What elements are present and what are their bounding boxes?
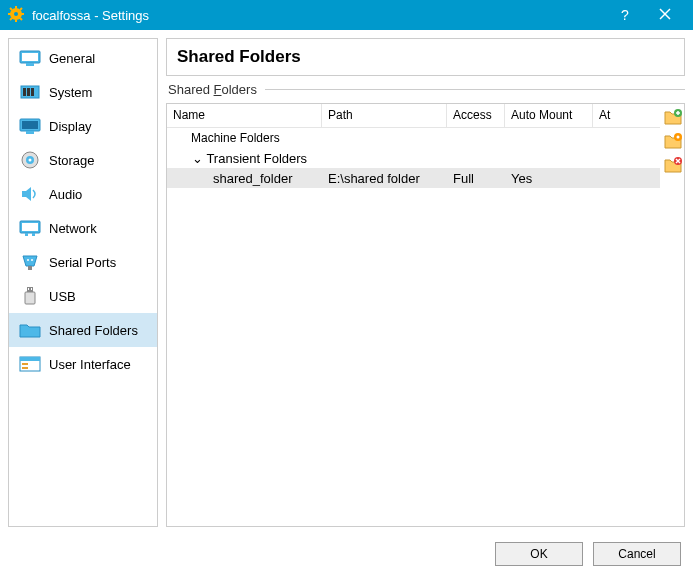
cell-access: Full — [447, 171, 505, 186]
svg-point-44 — [677, 136, 680, 139]
svg-rect-17 — [27, 88, 30, 96]
sidebar-item-label: Shared Folders — [49, 323, 138, 338]
help-button[interactable]: ? — [605, 7, 645, 23]
sidebar-item-serial-ports[interactable]: Serial Ports — [9, 245, 157, 279]
sidebar-item-storage[interactable]: Storage — [9, 143, 157, 177]
group-label-shared-folders: Shared Folders — [166, 82, 685, 97]
svg-rect-34 — [28, 288, 29, 290]
svg-rect-16 — [23, 88, 26, 96]
cell-path: E:\shared folder — [322, 171, 447, 186]
edit-folder-button[interactable] — [664, 132, 682, 150]
svg-point-29 — [27, 259, 29, 261]
settings-sidebar: General System Display Storage Audio Net… — [8, 38, 158, 527]
panel-title: Shared Folders — [166, 38, 685, 76]
remove-folder-button[interactable] — [664, 156, 682, 174]
svg-rect-27 — [25, 233, 28, 236]
cell-auto-mount: Yes — [505, 171, 593, 186]
group-label: Machine Folders — [167, 131, 286, 145]
svg-rect-35 — [31, 288, 32, 290]
sidebar-item-display[interactable]: Display — [9, 109, 157, 143]
svg-rect-31 — [28, 266, 32, 270]
svg-rect-18 — [31, 88, 34, 96]
sidebar-item-label: System — [49, 85, 92, 100]
sidebar-item-usb[interactable]: USB — [9, 279, 157, 313]
sidebar-item-general[interactable]: General — [9, 41, 157, 75]
shared-folders-table[interactable]: Name Path Access Auto Mount At Machine F… — [167, 104, 660, 526]
title-bar: focalfossa - Settings ? — [0, 0, 693, 30]
user-interface-icon — [19, 355, 41, 373]
folder-action-toolbar — [660, 104, 684, 526]
audio-icon — [19, 185, 41, 203]
sidebar-item-system[interactable]: System — [9, 75, 157, 109]
storage-icon — [19, 151, 41, 169]
svg-rect-14 — [26, 63, 34, 66]
chevron-down-icon[interactable]: ⌄ — [191, 151, 203, 166]
usb-icon — [19, 287, 41, 305]
sidebar-item-label: User Interface — [49, 357, 131, 372]
sidebar-item-label: USB — [49, 289, 76, 304]
dialog-footer: OK Cancel — [0, 535, 693, 573]
sidebar-item-label: Display — [49, 119, 92, 134]
svg-rect-26 — [22, 223, 38, 231]
sidebar-item-audio[interactable]: Audio — [9, 177, 157, 211]
th-name[interactable]: Name — [167, 104, 322, 127]
cell-name: shared_folder — [167, 171, 322, 186]
svg-rect-39 — [22, 367, 28, 369]
general-icon — [19, 49, 41, 67]
svg-line-6 — [10, 8, 12, 10]
svg-point-24 — [29, 159, 32, 162]
settings-gear-icon — [8, 6, 24, 25]
svg-line-9 — [10, 18, 12, 20]
group-label: Transient Folders — [206, 151, 307, 166]
tree-group-transient-folders[interactable]: ⌄ Transient Folders — [167, 148, 660, 168]
sidebar-item-shared-folders[interactable]: Shared Folders — [9, 313, 157, 347]
svg-rect-37 — [20, 357, 40, 361]
th-path[interactable]: Path — [322, 104, 447, 127]
add-folder-button[interactable] — [664, 108, 682, 126]
sidebar-item-network[interactable]: Network — [9, 211, 157, 245]
main-panel: Shared Folders Shared Folders Name Path … — [166, 38, 685, 527]
shared-folders-icon — [19, 321, 41, 339]
sidebar-item-label: General — [49, 51, 95, 66]
th-access[interactable]: Access — [447, 104, 505, 127]
system-icon — [19, 83, 41, 101]
svg-line-8 — [20, 8, 22, 10]
sidebar-item-user-interface[interactable]: User Interface — [9, 347, 157, 381]
sidebar-item-label: Storage — [49, 153, 95, 168]
svg-rect-32 — [27, 287, 33, 292]
tree-group-machine-folders[interactable]: Machine Folders — [167, 128, 660, 148]
svg-point-30 — [31, 259, 33, 261]
window-title: focalfossa - Settings — [32, 8, 605, 23]
svg-rect-20 — [22, 121, 38, 129]
ok-button[interactable]: OK — [495, 542, 583, 566]
svg-line-7 — [20, 18, 22, 20]
svg-point-1 — [14, 12, 18, 16]
sidebar-item-label: Audio — [49, 187, 82, 202]
th-at[interactable]: At — [593, 104, 660, 127]
content-area: General System Display Storage Audio Net… — [0, 30, 693, 535]
close-button[interactable] — [645, 7, 685, 23]
network-icon — [19, 219, 41, 237]
display-icon — [19, 117, 41, 135]
th-auto-mount[interactable]: Auto Mount — [505, 104, 593, 127]
sidebar-item-label: Network — [49, 221, 97, 236]
cancel-button[interactable]: Cancel — [593, 542, 681, 566]
svg-rect-28 — [32, 233, 35, 236]
sidebar-item-label: Serial Ports — [49, 255, 116, 270]
svg-rect-33 — [25, 292, 35, 304]
svg-rect-38 — [22, 363, 28, 365]
svg-rect-13 — [22, 53, 38, 61]
shared-folders-table-wrap: Name Path Access Auto Mount At Machine F… — [166, 103, 685, 527]
table-row[interactable]: shared_folder E:\shared folder Full Yes — [167, 168, 660, 188]
svg-rect-21 — [26, 131, 34, 134]
table-header: Name Path Access Auto Mount At — [167, 104, 660, 128]
serial-ports-icon — [19, 253, 41, 271]
